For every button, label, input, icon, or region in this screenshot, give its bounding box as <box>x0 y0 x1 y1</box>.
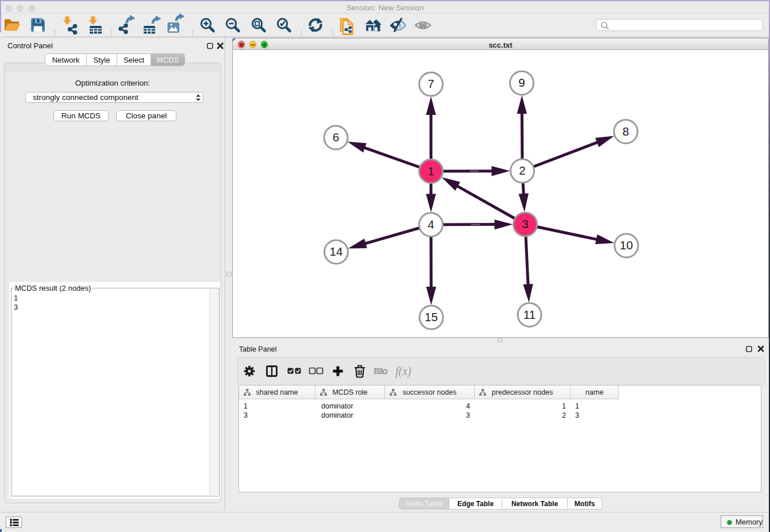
svg-text:6: 6 <box>333 130 339 144</box>
svg-text:9: 9 <box>518 76 525 89</box>
svg-text:1: 1 <box>428 164 434 178</box>
svg-text:3: 3 <box>522 217 528 230</box>
svg-text:14: 14 <box>330 245 343 258</box>
svg-text:7: 7 <box>428 77 434 90</box>
svg-text:10: 10 <box>620 238 633 252</box>
svg-text:2: 2 <box>519 164 525 177</box>
svg-text:f(x): f(x) <box>395 365 411 378</box>
svg-text:4: 4 <box>428 218 434 231</box>
svg-text:11: 11 <box>523 308 536 321</box>
svg-text:15: 15 <box>425 310 438 323</box>
svg-text:8: 8 <box>622 125 629 138</box>
